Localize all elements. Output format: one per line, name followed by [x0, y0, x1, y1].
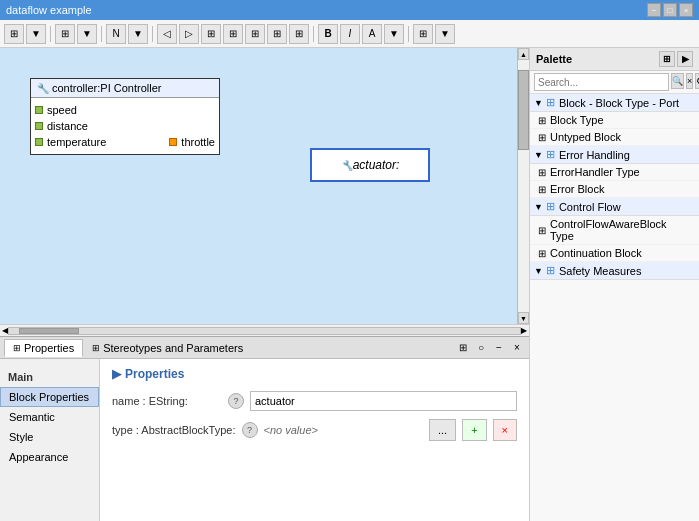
vscroll-track[interactable]	[518, 60, 529, 312]
palette-title: Palette	[536, 53, 572, 65]
port-dot-temperature	[35, 138, 43, 146]
toolbar-btn-15[interactable]: ⊞	[413, 24, 433, 44]
prop-btn-del[interactable]: ×	[493, 419, 517, 441]
sidebar-item-appearance[interactable]: Appearance	[0, 447, 99, 467]
toolbar-btn-8[interactable]: ▷	[179, 24, 199, 44]
toolbar-btn-11[interactable]: ⊞	[245, 24, 265, 44]
palette-settings-btn[interactable]: ⚙	[695, 73, 699, 89]
palette-btn-1[interactable]: ⊞	[659, 51, 675, 67]
tab-properties[interactable]: ⊞ Properties	[4, 339, 83, 357]
group-arrow-3: ▼	[534, 202, 543, 212]
toolbar-btn-underline[interactable]: A	[362, 24, 382, 44]
tab-action-link[interactable]: ⊞	[455, 340, 471, 356]
hscroll-right-btn[interactable]: ▶	[521, 326, 527, 335]
toolbar-btn-10[interactable]: ⊞	[223, 24, 243, 44]
palette-group-icon-4: ⊞	[546, 264, 555, 277]
prop-row-name: name : EString: ?	[112, 391, 517, 411]
palette-item-label-controlflow: ControlFlowAwareBlock Type	[550, 218, 691, 242]
controller-block-title: 🔧 controller:PI Controller	[31, 79, 219, 98]
sidebar-item-style[interactable]: Style	[0, 427, 99, 447]
palette-search-input[interactable]	[534, 73, 669, 91]
properties-arrow-icon: ▶	[112, 367, 121, 381]
toolbar-btn-bold[interactable]: B	[318, 24, 338, 44]
toolbar-btn-2[interactable]: ▼	[26, 24, 46, 44]
bottom-content: Main Block Properties Semantic Style App…	[0, 359, 529, 521]
palette-panel: Palette ⊞ ▶ 🔍 × ⚙ ▼ ⊞ Block - Block Type…	[529, 48, 699, 521]
prop-input-name[interactable]	[250, 391, 517, 411]
palette-group-label-3: Control Flow	[559, 201, 621, 213]
toolbar-btn-13[interactable]: ⊞	[289, 24, 309, 44]
vscroll-thumb[interactable]	[518, 70, 529, 150]
port-dot-distance	[35, 122, 43, 130]
toolbar-btn-6[interactable]: ▼	[128, 24, 148, 44]
palette-item-icon-block-type: ⊞	[538, 115, 546, 126]
toolbar-btn-9[interactable]: ⊞	[201, 24, 221, 44]
hscroll-track[interactable]	[8, 327, 521, 335]
palette-header: Palette ⊞ ▶	[530, 48, 699, 71]
palette-search-btn[interactable]: 🔍	[671, 73, 684, 89]
palette-item-continuation-block[interactable]: ⊞ Continuation Block	[530, 245, 699, 262]
palette-group-control-flow[interactable]: ▼ ⊞ Control Flow	[530, 198, 699, 216]
sidebar-item-semantic[interactable]: Semantic	[0, 407, 99, 427]
close-btn[interactable]: ×	[679, 3, 693, 17]
palette-item-errorhandler-type[interactable]: ⊞ ErrorHandler Type	[530, 164, 699, 181]
tab-action-minimize[interactable]: −	[491, 340, 507, 356]
palette-group-block-type-port[interactable]: ▼ ⊞ Block - Block Type - Port	[530, 94, 699, 112]
palette-item-label-untyped: Untyped Block	[550, 131, 621, 143]
tab-action-close[interactable]: ×	[509, 340, 525, 356]
toolbar-btn-5[interactable]: N	[106, 24, 126, 44]
port-dot-speed	[35, 106, 43, 114]
sidebar-group-main: Main	[0, 367, 99, 387]
sidebar-item-label-style: Style	[9, 431, 33, 443]
properties-title-label: Properties	[125, 367, 184, 381]
maximize-btn[interactable]: □	[663, 3, 677, 17]
palette-btn-2[interactable]: ▶	[677, 51, 693, 67]
port-dot-throttle	[169, 138, 177, 146]
prop-label-type: type : AbstractBlockType:	[112, 424, 236, 436]
sidebar-item-label-block-properties: Block Properties	[9, 391, 89, 403]
canvas-vscroll[interactable]: ▲ ▼	[517, 48, 529, 324]
toolbar-btn-14[interactable]: ▼	[384, 24, 404, 44]
palette-item-controlflow-aware[interactable]: ⊞ ControlFlowAwareBlock Type	[530, 216, 699, 245]
palette-item-icon-error-block: ⊞	[538, 184, 546, 195]
toolbar-btn-4[interactable]: ▼	[77, 24, 97, 44]
actuator-block[interactable]: 🔧 actuator:	[310, 148, 430, 182]
port-label-distance: distance	[47, 120, 88, 132]
toolbar-btn-12[interactable]: ⊞	[267, 24, 287, 44]
controller-ports: speed distance temperature throttle	[31, 98, 219, 154]
minimize-btn[interactable]: −	[647, 3, 661, 17]
palette-item-untyped-block[interactable]: ⊞ Untyped Block	[530, 129, 699, 146]
toolbar-btn-16[interactable]: ▼	[435, 24, 455, 44]
palette-group-safety[interactable]: ▼ ⊞ Safety Measures	[530, 262, 699, 280]
toolbar-sep-5	[408, 26, 409, 42]
palette-item-block-type[interactable]: ⊞ Block Type	[530, 112, 699, 129]
sidebar-item-block-properties[interactable]: Block Properties	[0, 387, 99, 407]
toolbar-btn-7[interactable]: ◁	[157, 24, 177, 44]
palette-clear-btn[interactable]: ×	[686, 73, 693, 89]
palette-item-icon-continuation: ⊞	[538, 248, 546, 259]
tab-action-circle[interactable]: ○	[473, 340, 489, 356]
toolbar-btn-1[interactable]: ⊞	[4, 24, 24, 44]
title-bar: dataflow example − □ ×	[0, 0, 699, 20]
prop-btn-more[interactable]: ...	[429, 419, 456, 441]
hscroll-thumb[interactable]	[19, 328, 79, 334]
tab-stereotypes[interactable]: ⊞ Stereotypes and Parameters	[83, 339, 252, 357]
controller-block[interactable]: 🔧 controller:PI Controller speed distanc…	[30, 78, 220, 155]
prop-btn-add[interactable]: +	[462, 419, 486, 441]
prop-help-name[interactable]: ?	[228, 393, 244, 409]
actuator-icon: 🔧	[341, 160, 353, 171]
prop-help-type[interactable]: ?	[242, 422, 258, 438]
vscroll-up-btn[interactable]: ▲	[518, 48, 529, 60]
toolbar-btn-italic[interactable]: I	[340, 24, 360, 44]
palette-group-label-1: Block - Block Type - Port	[559, 97, 679, 109]
palette-group-icon-1: ⊞	[546, 96, 555, 109]
bottom-panel: ⊞ Properties ⊞ Stereotypes and Parameter…	[0, 336, 529, 521]
palette-content: ▼ ⊞ Block - Block Type - Port ⊞ Block Ty…	[530, 94, 699, 521]
palette-group-error-handling[interactable]: ▼ ⊞ Error Handling	[530, 146, 699, 164]
toolbar-btn-3[interactable]: ⊞	[55, 24, 75, 44]
port-speed: speed	[31, 102, 219, 118]
canvas-hscroll[interactable]: ◀ ▶	[0, 324, 529, 336]
palette-item-error-block[interactable]: ⊞ Error Block	[530, 181, 699, 198]
canvas-area[interactable]: 🔧 controller:PI Controller speed distanc…	[0, 48, 517, 324]
vscroll-down-btn[interactable]: ▼	[518, 312, 529, 324]
